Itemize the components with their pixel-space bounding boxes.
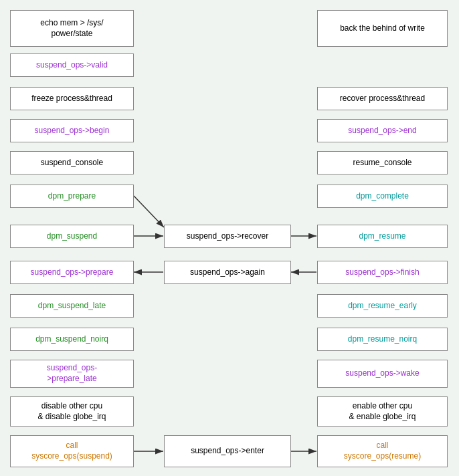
diagram: echo mem > /sys/ power/stateback the beh… <box>0 0 459 476</box>
disable_cpu: disable other cpu & disable globe_irq <box>10 396 134 427</box>
suspend_again: suspend_ops->again <box>164 261 291 284</box>
dpm_prepare: dpm_prepare <box>10 185 134 208</box>
dpm_resume_noirq: dpm_resume_noirq <box>317 328 448 351</box>
dpm_resume_early: dpm_resume_early <box>317 294 448 318</box>
dpm_suspend: dpm_suspend <box>10 225 134 248</box>
suspend_finish: suspend_ops->finish <box>317 261 448 284</box>
recover_process: recover process&thread <box>317 87 448 110</box>
suspend_end: suspend_ops->end <box>317 119 448 142</box>
call_suspend: call syscore_ops(suspend) <box>10 435 134 467</box>
suspend_prepare: suspend_ops->prepare <box>10 261 134 284</box>
dpm_resume: dpm_resume <box>317 225 448 248</box>
dpm_complete: dpm_complete <box>317 185 448 208</box>
dpm_suspend_late: dpm_suspend_late <box>10 294 134 318</box>
suspend_prepare_late: suspend_ops- >prepare_late <box>10 360 134 388</box>
call_resume: call syscore_ops(resume) <box>317 435 448 467</box>
suspend_console: suspend_console <box>10 151 134 174</box>
suspend_recover: suspend_ops->recover <box>164 225 291 248</box>
dpm_suspend_noirq: dpm_suspend_noirq <box>10 328 134 351</box>
freeze_process: freeze process&thread <box>10 87 134 110</box>
suspend_valid: suspend_ops->valid <box>10 53 134 77</box>
suspend_enter: suspend_ops->enter <box>164 435 291 467</box>
enable_cpu: enable other cpu & enable globe_irq <box>317 396 448 427</box>
svg-line-7 <box>134 196 164 227</box>
suspend_wake: suspend_ops->wake <box>317 360 448 388</box>
suspend_begin: suspend_ops->begin <box>10 119 134 142</box>
resume_console: resume_console <box>317 151 448 174</box>
echo_mem: echo mem > /sys/ power/state <box>10 10 134 47</box>
back_write: back the behind of write <box>317 10 448 47</box>
